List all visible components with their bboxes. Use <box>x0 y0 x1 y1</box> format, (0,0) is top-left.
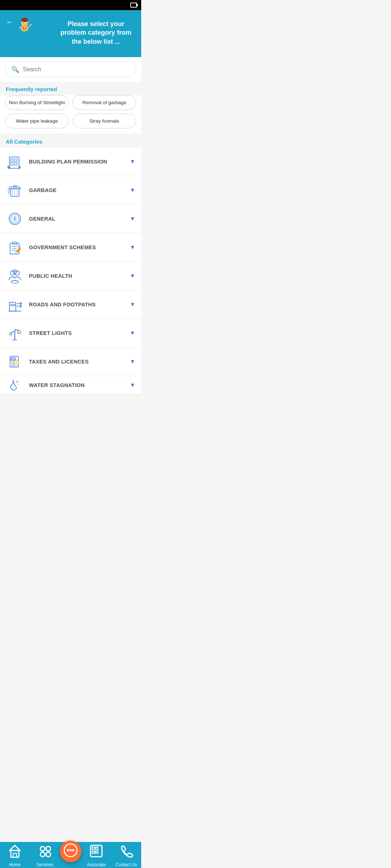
mascot-image <box>17 16 53 56</box>
building-plan-chevron: ▼ <box>130 158 135 165</box>
government-label: GOVERNMENT SCHEMES <box>29 244 130 250</box>
svg-point-12 <box>24 23 24 23</box>
back-button[interactable]: ← <box>6 17 14 27</box>
svg-rect-50 <box>13 304 15 306</box>
health-label: PUBLIC HEALTH <box>29 273 130 279</box>
banner-text: Please select your problem category from… <box>56 20 135 46</box>
svg-point-68 <box>16 380 18 382</box>
svg-point-44 <box>10 271 15 275</box>
svg-line-43 <box>20 246 21 248</box>
streetlights-chevron: ▼ <box>130 330 135 336</box>
svg-rect-49 <box>11 304 12 306</box>
garbage-icon <box>6 181 24 199</box>
general-chevron: ▼ <box>130 216 135 222</box>
water-chevron: ▼ <box>130 382 135 388</box>
svg-rect-19 <box>11 163 13 165</box>
svg-point-13 <box>26 23 26 23</box>
category-taxes[interactable]: TAX % TAXES AND LICENCES ▼ <box>0 348 141 376</box>
svg-point-15 <box>30 24 31 25</box>
roads-icon <box>6 295 24 314</box>
streetlights-label: STREET LIGHTS <box>29 330 130 336</box>
frequently-reported-section: Frequently reported Non Burning of Stree… <box>0 82 141 133</box>
roads-label: ROADS AND FOOTPATHS <box>29 302 130 307</box>
quick-chips-grid: Non Burning of Streetlight Removal of ga… <box>0 95 141 133</box>
svg-rect-58 <box>13 339 17 341</box>
status-bar <box>0 0 141 10</box>
building-plan-label: BUILDING PLAN PERMISSION <box>29 159 130 165</box>
all-categories-title: All Categories <box>0 133 141 148</box>
water-icon <box>6 376 24 394</box>
categories-list: BUILDING PLAN PERMISSION ▼ GARBAGE ▼ <box>0 148 141 394</box>
building-plan-icon <box>6 153 24 171</box>
svg-point-59 <box>9 333 12 335</box>
category-general[interactable]: i GENERAL ▼ <box>0 205 141 233</box>
header-banner: ← <box>0 10 141 57</box>
health-chevron: ▼ <box>130 273 135 279</box>
chip-removal-garbage[interactable]: Removal of garbage <box>72 95 136 110</box>
government-chevron: ▼ <box>130 244 135 251</box>
garbage-label: GARBAGE <box>29 187 130 193</box>
svg-line-55 <box>21 330 22 331</box>
frequently-reported-title: Frequently reported <box>0 82 141 95</box>
search-input[interactable] <box>23 66 130 73</box>
svg-rect-20 <box>14 163 17 165</box>
category-streetlights[interactable]: STREET LIGHTS ▼ <box>0 319 141 348</box>
category-roads[interactable]: ROADS AND FOOTPATHS ▼ <box>0 290 141 319</box>
svg-rect-18 <box>14 159 17 161</box>
streetlights-icon <box>6 324 24 342</box>
category-building-plan[interactable]: BUILDING PLAN PERMISSION ▼ <box>0 148 141 176</box>
svg-text:i: i <box>14 216 16 222</box>
svg-point-7 <box>22 18 28 21</box>
general-label: GENERAL <box>29 216 130 222</box>
government-icon <box>6 238 24 256</box>
roads-chevron: ▼ <box>130 301 135 308</box>
svg-line-42 <box>16 251 17 254</box>
svg-point-53 <box>17 331 21 334</box>
svg-rect-28 <box>13 186 17 187</box>
svg-rect-33 <box>8 189 10 190</box>
category-garbage[interactable]: GARBAGE ▼ <box>0 176 141 205</box>
general-icon: i <box>6 210 24 228</box>
svg-point-14 <box>24 24 25 24</box>
svg-point-69 <box>18 383 19 385</box>
taxes-icon: TAX % <box>6 353 24 371</box>
taxes-label: TAXES AND LICENCES <box>29 359 130 365</box>
health-icon <box>6 267 24 285</box>
svg-point-47 <box>11 281 18 283</box>
chip-water-pipe-leakage[interactable]: Water pipe leakage <box>5 114 69 128</box>
taxes-chevron: ▼ <box>130 358 135 365</box>
svg-rect-17 <box>11 159 13 161</box>
svg-text:%: % <box>15 361 18 365</box>
category-government[interactable]: GOVERNMENT SCHEMES ▼ <box>0 233 141 262</box>
water-label: WATER STAGNATION <box>29 382 130 388</box>
category-water[interactable]: WATER STAGNATION ▼ <box>0 376 141 394</box>
svg-point-11 <box>26 22 26 23</box>
battery-icon <box>130 3 137 8</box>
search-icon: 🔍 <box>11 65 19 73</box>
svg-rect-26 <box>9 187 20 189</box>
garbage-chevron: ▼ <box>130 187 135 193</box>
search-bar[interactable]: 🔍 <box>5 61 136 77</box>
chip-non-burning-streetlight[interactable]: Non Burning of Streetlight <box>5 95 69 110</box>
category-health[interactable]: PUBLIC HEALTH ▼ <box>0 262 141 290</box>
svg-rect-48 <box>9 302 16 311</box>
search-container: 🔍 <box>0 57 141 82</box>
svg-point-10 <box>23 22 24 23</box>
chip-stray-animals[interactable]: Stray Animals <box>72 114 136 128</box>
svg-point-45 <box>15 271 19 275</box>
svg-rect-37 <box>10 243 19 254</box>
